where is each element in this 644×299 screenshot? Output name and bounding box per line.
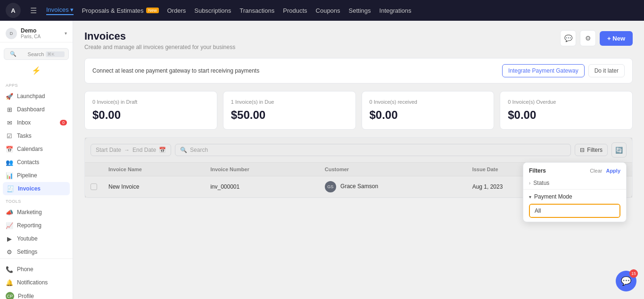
payment-mode-select-wrapper: All Online Offline (529, 204, 620, 218)
nav-item-invoices[interactable]: Invoices ▾ (46, 6, 74, 15)
banner-text: Connect at least one payment gateway to … (92, 67, 502, 74)
chat-bubble[interactable]: 💬 15 (616, 271, 636, 291)
reporting-icon: 📈 (6, 222, 13, 229)
filter-panel-title: Filters (529, 167, 546, 174)
banner-actions: Integrate Payment Gateway Do it later (502, 64, 625, 77)
date-arrow-icon: → (124, 147, 130, 153)
sidebar-item-launchpad[interactable]: 🚀 Launchpad (0, 90, 73, 103)
filter-panel: Filters Clear Apply › Status ▾ Payment M… (523, 162, 627, 222)
payment-mode-select[interactable]: All Online Offline (530, 205, 619, 217)
do-it-later-button[interactable]: Do it later (588, 64, 625, 77)
nav-item-subscriptions[interactable]: Subscriptions (194, 7, 231, 14)
workspace-selector[interactable]: D Demo Paris, CA ▾ (0, 25, 73, 42)
stat-label-due: 1 Invoice(s) in Due (231, 99, 348, 105)
filter-panel-header: Filters Clear Apply (523, 163, 626, 177)
sidebar-item-pipeline[interactable]: 📊 Pipeline (0, 169, 73, 182)
workspace-dropdown-icon: ▾ (65, 31, 67, 36)
notifications-icon: 🔔 (6, 279, 13, 286)
nav-item-coupons[interactable]: Coupons (316, 7, 340, 14)
nav-item-orders[interactable]: Orders (167, 7, 186, 14)
payment-mode-toggle[interactable]: ▾ Payment Mode (529, 193, 620, 200)
tasks-icon: ☑ (6, 132, 13, 140)
stat-label-draft: 0 Invoice(s) in Draft (92, 99, 209, 105)
th-invoice-number: Invoice Number (205, 163, 319, 176)
top-nav: A ☰ Invoices ▾ Proposals & Estimates New… (0, 0, 644, 21)
sidebar-item-inbox[interactable]: ✉ Inbox 0 (0, 116, 73, 129)
sidebar-item-profile[interactable]: CP Profile (0, 289, 73, 299)
status-expand-icon: › (529, 181, 530, 186)
main-layout: D Demo Paris, CA ▾ 🔍 Search ⌘K ⚡ Apps 🚀 … (0, 21, 644, 299)
workspace-name: Demo (21, 27, 65, 34)
customer-name: Grace Samson (340, 183, 378, 190)
row-customer: GS Grace Samson (319, 176, 467, 198)
payment-gateway-banner: Connect at least one payment gateway to … (84, 58, 633, 83)
stat-card-overdue: 0 Invoice(s) Overdue $0.00 (500, 91, 633, 130)
payment-mode-chevron-icon: ▾ (529, 194, 531, 199)
stat-value-received: $0.00 (370, 108, 487, 122)
sidebar-footer: 📞 Phone 🔔 Notifications CP Profile (0, 258, 73, 299)
launchpad-icon: 🚀 (6, 92, 13, 100)
row-checkbox-cell[interactable] (85, 176, 103, 198)
sidebar-search[interactable]: 🔍 Search ⌘K (4, 48, 69, 60)
sidebar: D Demo Paris, CA ▾ 🔍 Search ⌘K ⚡ Apps 🚀 … (0, 21, 73, 299)
logo-avatar[interactable]: A (6, 3, 21, 18)
sidebar-item-tasks[interactable]: ☑ Tasks (0, 129, 73, 142)
hamburger-icon[interactable]: ☰ (30, 6, 37, 15)
row-checkbox[interactable] (91, 183, 97, 190)
row-invoice-number: inv_000001 (205, 176, 319, 198)
inbox-badge: 0 (60, 120, 67, 125)
refresh-button[interactable]: 🔄 (611, 142, 627, 158)
contacts-icon: 👥 (6, 158, 13, 166)
dashboard-icon: ⊞ (6, 106, 13, 113)
sidebar-item-calendars[interactable]: 📅 Calendars (0, 142, 73, 156)
stat-value-due: $50.00 (231, 108, 348, 122)
stat-card-due: 1 Invoice(s) in Due $50.00 (223, 91, 356, 130)
start-date-input[interactable]: Start Date → End Date 📅 (91, 144, 171, 156)
sidebar-item-notifications[interactable]: 🔔 Notifications (0, 276, 73, 289)
filter-payment-section: ▾ Payment Mode All Online Offline (523, 190, 626, 222)
settings-icon-btn[interactable]: ⚙ (580, 30, 596, 46)
th-checkbox (85, 163, 103, 176)
phone-icon: 📞 (6, 266, 13, 273)
table-toolbar: Start Date → End Date 📅 🔍 Search ⊟ Filte… (85, 138, 632, 163)
comment-icon-btn[interactable]: 💬 (560, 30, 576, 46)
nav-item-proposals[interactable]: Proposals & Estimates New (82, 7, 159, 14)
workspace-avatar: D (6, 28, 17, 39)
nav-item-integrations[interactable]: Integrations (380, 7, 412, 14)
calendars-icon: 📅 (6, 145, 13, 153)
stat-label-received: 0 Invoice(s) received (370, 99, 487, 105)
sidebar-bolt-icon[interactable]: ⚡ (4, 64, 69, 77)
settings-icon: ⚙ (6, 248, 13, 256)
filter-clear-button[interactable]: Clear (590, 168, 602, 174)
page-header: Invoices Create and manage all invoices … (84, 30, 633, 50)
new-button[interactable]: + New (600, 31, 633, 46)
integrate-gateway-button[interactable]: Integrate Payment Gateway (502, 64, 585, 77)
sidebar-item-marketing[interactable]: 📣 Marketing (0, 206, 73, 219)
stats-grid: 0 Invoice(s) in Draft $0.00 1 Invoice(s)… (84, 91, 633, 130)
workspace-location: Paris, CA (21, 34, 65, 39)
row-invoice-name: New Invoice (103, 176, 205, 198)
nav-item-products[interactable]: Products (283, 7, 307, 14)
sidebar-item-invoices[interactable]: 🧾 Invoices (3, 182, 70, 195)
invoices-icon: 🧾 (7, 185, 14, 192)
filters-button[interactable]: ⊟ Filters (575, 144, 608, 156)
nav-item-transactions[interactable]: Transactions (239, 7, 274, 14)
sidebar-item-settings-tool[interactable]: ⚙ Settings (0, 245, 73, 258)
calendar-icon: 📅 (159, 147, 166, 153)
tools-section-label: Tools (0, 195, 73, 206)
sidebar-item-phone[interactable]: 📞 Phone (0, 263, 73, 276)
sidebar-item-dashboard[interactable]: ⊞ Dashboard (0, 103, 73, 116)
table-search[interactable]: 🔍 Search (175, 144, 571, 156)
pipeline-icon: 📊 (6, 172, 13, 179)
filter-actions: Clear Apply (590, 168, 620, 174)
filter-status-section[interactable]: › Status (523, 177, 626, 190)
th-invoice-name: Invoice Name (103, 163, 205, 176)
nav-item-settings[interactable]: Settings (349, 7, 371, 14)
inbox-icon: ✉ (6, 119, 13, 126)
sidebar-item-youtube[interactable]: ▶ Youtube (0, 232, 73, 245)
sidebar-item-contacts[interactable]: 👥 Contacts (0, 156, 73, 169)
filter-apply-button[interactable]: Apply (606, 168, 620, 174)
sidebar-item-reporting[interactable]: 📈 Reporting (0, 219, 73, 232)
main-content: Invoices Create and manage all invoices … (73, 21, 644, 299)
chat-badge: 15 (629, 269, 638, 278)
